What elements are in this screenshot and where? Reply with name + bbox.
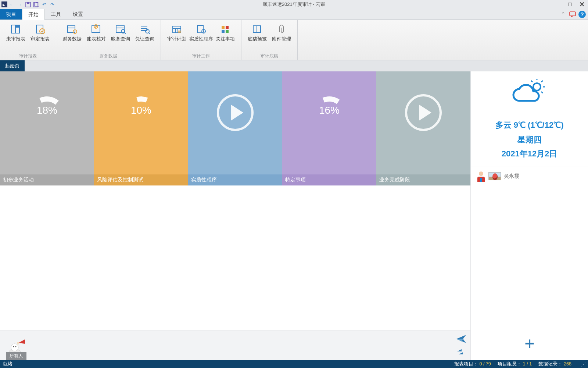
sheet-blue-icon: [10, 24, 22, 35]
tab-start[interactable]: 开始: [22, 9, 45, 20]
ribbon-label: 关注事项: [216, 36, 235, 42]
quick-access-toolbar: ← → ↶ ↷: [0, 1, 56, 8]
ribbon-group-audit-work: 审计计划 实质性程序 关注事项 审计工作: [161, 20, 241, 60]
save-all-button[interactable]: [32, 1, 40, 8]
status-ready: 就绪: [3, 361, 12, 367]
send-icon[interactable]: [456, 334, 467, 346]
user-avatar-icon: [488, 172, 501, 180]
grid-color-icon: [219, 24, 232, 35]
minimize-button[interactable]: —: [553, 1, 563, 8]
table-search-icon: [114, 24, 127, 35]
chat-recipient-tag[interactable]: 所有人: [6, 352, 26, 360]
table-gear-icon: [66, 24, 78, 35]
status-report-items: 报表项目：0 / 79: [454, 361, 491, 367]
team-member-row[interactable]: 吴永霞: [471, 166, 588, 182]
nav-forward-button[interactable]: →: [16, 1, 24, 8]
tile-substantive[interactable]: 实质性程序: [188, 71, 282, 185]
account-check-button[interactable]: 账表核对: [84, 22, 108, 42]
finance-data-button[interactable]: 财务数据: [60, 22, 84, 42]
ribbon-label: 附件管理: [272, 36, 291, 42]
tile-preliminary[interactable]: 18% 初步业务活动: [0, 71, 94, 185]
play-icon: [215, 94, 255, 135]
tile-completion[interactable]: 业务完成阶段: [376, 71, 470, 185]
unaudited-report-button[interactable]: 未审报表: [4, 22, 28, 42]
tab-tools[interactable]: 工具: [45, 9, 67, 20]
main-area: 18% 初步业务活动 10% 风险评估及控制测试 实质性程序 16% 特定事项: [0, 71, 588, 360]
audit-plan-button[interactable]: 审计计划: [165, 22, 189, 42]
status-team: 项目组员：1 / 1: [498, 361, 532, 367]
weather-date: 2021年12月2日: [502, 148, 557, 159]
tile-label: 实质性程序: [188, 174, 282, 185]
svg-point-46: [15, 346, 17, 347]
page-tab-strip: 起始页: [0, 60, 588, 71]
ribbon-label: 账表核对: [87, 36, 106, 42]
chat-toolbar: 所有人: [0, 330, 470, 360]
tile-label: 风险评估及控制测试: [94, 174, 188, 185]
collapse-ribbon-icon[interactable]: ⌃: [559, 11, 567, 18]
paperclip-icon: [275, 24, 288, 35]
resize-grip-icon[interactable]: ⋰: [581, 361, 585, 367]
window-controls: — ☐ ✕: [553, 1, 587, 8]
status-bar: 就绪 报表项目：0 / 79 项目组员：1 / 1 数据记录：268 ⋰: [0, 360, 588, 368]
history-icon[interactable]: [456, 348, 467, 358]
dashboard-tiles: 18% 初步业务活动 10% 风险评估及控制测试 实质性程序 16% 特定事项: [0, 71, 470, 185]
svg-rect-38: [253, 26, 257, 32]
play-icon: [403, 94, 444, 135]
svg-line-19: [124, 32, 126, 34]
svg-line-52: [541, 92, 543, 93]
svg-line-53: [531, 81, 533, 82]
help-icon[interactable]: ?: [578, 11, 586, 18]
svg-rect-5: [570, 12, 576, 16]
svg-line-24: [148, 32, 150, 34]
ribbon-group-audit-report: 未审报表 审定报表 审计报表: [0, 20, 56, 60]
svg-rect-8: [16, 25, 19, 28]
calendar-icon: [171, 24, 183, 35]
list-search-icon: [139, 24, 151, 35]
tab-project[interactable]: 项目: [0, 9, 22, 20]
ribbon-label: 未审报表: [6, 36, 25, 42]
close-button[interactable]: ✕: [577, 1, 587, 8]
voucher-query-button[interactable]: 凭证查询: [133, 22, 157, 42]
content-area: [0, 185, 470, 330]
tile-risk-assessment[interactable]: 10% 风险评估及控制测试: [94, 71, 188, 185]
ribbon-group-label: 财务数据: [56, 52, 161, 60]
undo-button[interactable]: ↶: [40, 1, 48, 8]
tile-label: 初步业务活动: [0, 174, 94, 185]
svg-rect-11: [68, 26, 75, 32]
svg-rect-1: [27, 2, 29, 4]
svg-point-48: [533, 83, 541, 91]
tab-settings[interactable]: 设置: [67, 9, 89, 20]
ribbon-label: 审计计划: [167, 36, 186, 42]
status-records: 数据记录：268: [538, 361, 571, 367]
account-query-button[interactable]: 账务查询: [108, 22, 133, 42]
title-bar: ← → ↶ ↷ 顺丰速运2021年度审计 - 云审 — ☐ ✕: [0, 0, 588, 9]
audited-report-button[interactable]: 审定报表: [28, 22, 52, 42]
nav-back-button[interactable]: ←: [8, 1, 15, 8]
chat-bubble-icon[interactable]: [569, 11, 576, 18]
ribbon-label: 审定报表: [31, 36, 50, 42]
tile-percent: 18%: [37, 105, 57, 116]
attention-items-button[interactable]: 关注事项: [213, 22, 237, 42]
substantive-proc-button[interactable]: 实质性程序: [189, 22, 213, 42]
ribbon-label: 凭证查询: [135, 36, 154, 42]
maximize-button[interactable]: ☐: [565, 1, 575, 8]
window-title: 顺丰速运2021年度审计 - 云审: [263, 1, 325, 8]
attachment-mgmt-button[interactable]: 附件管理: [269, 22, 294, 42]
ribbon-label: 实质性程序: [189, 36, 213, 42]
svg-rect-16: [116, 26, 124, 32]
workpaper-preview-button[interactable]: 底稿预览: [245, 22, 269, 42]
weather-weekday: 星期四: [517, 134, 542, 145]
svg-point-44: [11, 344, 18, 351]
tile-percent: 10%: [131, 105, 151, 116]
weather-icon: [512, 79, 547, 108]
ribbon-label: 账务查询: [111, 36, 130, 42]
tile-label: 特定事项: [282, 174, 376, 185]
redo-button[interactable]: ↷: [49, 1, 56, 8]
tile-specific[interactable]: 16% 特定事项: [282, 71, 376, 185]
ribbon-group-label: 审计底稿: [241, 52, 297, 60]
ribbon-group-finance-data: 财务数据 账表核对 账务查询 凭证查询 财务数据: [56, 20, 161, 60]
weather-summary: 多云 9℃ (1℃/12℃): [495, 120, 564, 131]
add-user-button[interactable]: ＋: [522, 333, 537, 353]
page-tab-start[interactable]: 起始页: [0, 60, 25, 71]
save-button[interactable]: [24, 1, 32, 8]
